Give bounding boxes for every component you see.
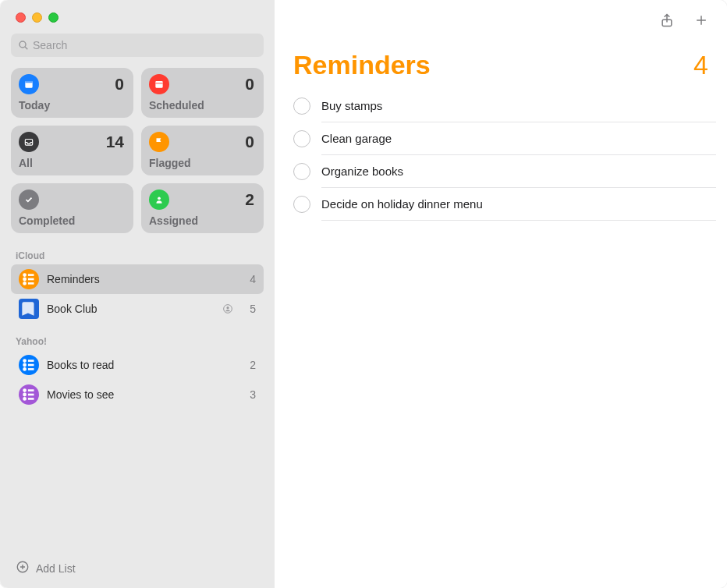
list-name-label: Reminders bbox=[47, 273, 237, 285]
reminder-row[interactable]: Clean garage bbox=[285, 122, 716, 155]
smart-list-label: Flagged bbox=[149, 157, 254, 169]
flag-icon bbox=[149, 132, 169, 152]
share-button[interactable] bbox=[658, 12, 676, 29]
main-content: Reminders 4 Buy stamps Clean garage Orga… bbox=[275, 0, 727, 588]
svg-point-16 bbox=[24, 360, 26, 362]
smart-list-count: 2 bbox=[245, 190, 254, 209]
svg-point-20 bbox=[24, 368, 26, 370]
svg-point-8 bbox=[24, 275, 26, 276]
reminder-checkbox[interactable] bbox=[293, 196, 310, 213]
list-count-label: 2 bbox=[245, 359, 256, 371]
reminder-row[interactable]: Decide on holiday dinner menu bbox=[285, 188, 716, 221]
list-bullet-icon bbox=[19, 269, 39, 289]
list-count-label: 5 bbox=[245, 303, 256, 315]
list-count-label: 3 bbox=[245, 388, 256, 401]
tray-icon bbox=[19, 132, 39, 152]
sidebar: 0 Today 0 Scheduled bbox=[0, 0, 275, 588]
list-count-label: 4 bbox=[245, 273, 256, 285]
book-icon bbox=[19, 299, 39, 319]
add-reminder-button[interactable] bbox=[693, 12, 710, 29]
smart-list-assigned[interactable]: 2 Assigned bbox=[141, 183, 264, 233]
reminder-title: Buy stamps bbox=[321, 99, 382, 112]
checkmark-icon bbox=[19, 190, 39, 210]
svg-point-10 bbox=[24, 278, 26, 280]
add-list-button[interactable]: Add List bbox=[11, 551, 264, 588]
svg-rect-3 bbox=[25, 81, 32, 83]
sidebar-list-movies-to-see[interactable]: Movies to see 3 bbox=[11, 380, 264, 409]
svg-point-15 bbox=[226, 306, 229, 309]
plus-circle-icon bbox=[16, 560, 30, 577]
svg-point-12 bbox=[24, 282, 26, 284]
smart-list-today[interactable]: 0 Today bbox=[11, 68, 133, 118]
smart-list-label: All bbox=[19, 157, 124, 169]
reminder-title: Clean garage bbox=[321, 132, 392, 145]
section-header-icloud: iCloud bbox=[11, 244, 264, 264]
list-name-label: Book Club bbox=[47, 303, 214, 315]
svg-point-0 bbox=[20, 41, 26, 48]
reminder-row[interactable]: Organize books bbox=[285, 155, 716, 188]
reminder-title: Decide on holiday dinner menu bbox=[321, 197, 483, 211]
smart-list-all[interactable]: 14 All bbox=[11, 126, 133, 175]
smart-list-label: Scheduled bbox=[149, 99, 254, 112]
window-controls bbox=[11, 9, 264, 34]
search-icon bbox=[17, 39, 30, 51]
list-bullet-icon bbox=[19, 355, 39, 375]
zoom-window-button[interactable] bbox=[48, 12, 59, 23]
reminder-checkbox[interactable] bbox=[293, 163, 310, 180]
smart-list-label: Completed bbox=[19, 214, 124, 227]
calendar-today-icon bbox=[19, 74, 39, 94]
calendar-icon bbox=[149, 74, 169, 94]
list-name-label: Movies to see bbox=[47, 388, 237, 401]
smart-list-count: 0 bbox=[245, 133, 254, 151]
list-title: Reminders bbox=[293, 50, 431, 80]
reminders-list: Buy stamps Clean garage Organize books D… bbox=[275, 85, 727, 221]
smart-list-label: Today bbox=[19, 99, 124, 112]
svg-point-26 bbox=[24, 398, 26, 399]
reminder-row[interactable]: Buy stamps bbox=[285, 90, 716, 122]
list-bullet-icon bbox=[19, 384, 39, 405]
reminder-title: Organize books bbox=[321, 165, 403, 178]
search-input[interactable] bbox=[11, 34, 264, 57]
smart-list-completed[interactable]: Completed bbox=[11, 183, 133, 233]
app-window: 0 Today 0 Scheduled bbox=[0, 0, 727, 588]
search-field-wrap bbox=[11, 34, 264, 57]
list-total-count: 4 bbox=[693, 50, 708, 80]
sidebar-list-book-club[interactable]: Book Club 5 bbox=[11, 294, 264, 324]
smart-list-count: 0 bbox=[245, 75, 254, 94]
svg-point-22 bbox=[24, 390, 26, 391]
list-header: Reminders 4 bbox=[275, 41, 727, 85]
person-icon bbox=[149, 190, 169, 210]
reminder-checkbox[interactable] bbox=[293, 97, 310, 115]
minimize-window-button[interactable] bbox=[32, 12, 42, 23]
smart-list-count: 14 bbox=[106, 133, 124, 151]
list-name-label: Books to read bbox=[47, 359, 237, 371]
smart-list-flagged[interactable]: 0 Flagged bbox=[141, 126, 264, 175]
section-header-yahoo: Yahoo! bbox=[11, 330, 264, 350]
svg-point-24 bbox=[24, 394, 26, 395]
svg-line-1 bbox=[25, 47, 27, 49]
sidebar-list-books-to-read[interactable]: Books to read 2 bbox=[11, 350, 264, 380]
shared-icon bbox=[222, 303, 234, 315]
smart-list-count: 0 bbox=[115, 75, 124, 94]
svg-point-18 bbox=[24, 364, 26, 366]
toolbar bbox=[275, 0, 727, 41]
svg-rect-4 bbox=[155, 81, 162, 88]
sidebar-list-reminders[interactable]: Reminders 4 bbox=[11, 264, 264, 294]
smart-lists-grid: 0 Today 0 Scheduled bbox=[11, 68, 264, 233]
add-list-label: Add List bbox=[36, 562, 76, 575]
svg-point-7 bbox=[158, 197, 161, 200]
reminder-checkbox[interactable] bbox=[293, 130, 310, 147]
smart-list-scheduled[interactable]: 0 Scheduled bbox=[141, 68, 264, 118]
smart-list-label: Assigned bbox=[149, 214, 254, 227]
close-window-button[interactable] bbox=[16, 12, 26, 23]
